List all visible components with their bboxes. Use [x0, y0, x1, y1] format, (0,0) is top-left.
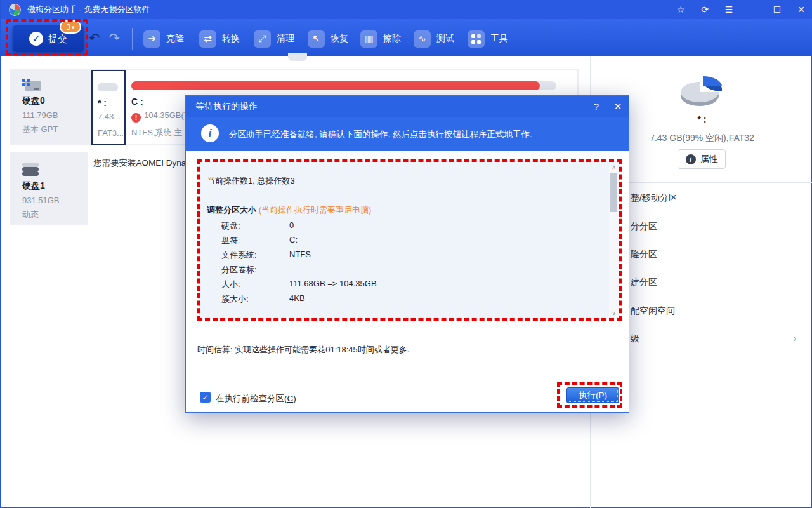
- operation-count: 当前操作数1, 总操作数3: [207, 175, 295, 187]
- dialog-info-band: i 分区助手已经准备就绪, 请确认下面的操作. 然后点击执行按钮让程序正式地工作…: [186, 117, 629, 151]
- app-window: 傲梅分区助手 - 免费无损分区软件 ☆ ⟳ ☰ ─ ☐ ✕ ✓ 提交 3 ▾ ↶…: [0, 0, 812, 508]
- disk1-info: 硬盘1 931.51GB 动态: [22, 163, 92, 220]
- time-estimate: 时间估算: 实现这些操作可能需要花01:18:45时间或者更多.: [197, 344, 409, 356]
- partition-star-fs: FAT3...: [98, 128, 124, 138]
- field-size: 大小:111.68GB => 104.35GB: [221, 279, 602, 290]
- disk0-icon: [22, 79, 41, 91]
- menu-item-resize-move-partition[interactable]: 整/移动分区: [631, 192, 812, 205]
- badge-chevron-icon: ▾: [72, 24, 75, 30]
- toolbar-button-erase[interactable]: ▥ 擦除: [360, 29, 401, 48]
- toolbar-label: 擦除: [383, 33, 401, 44]
- pending-operations-dialog: 等待执行的操作 ? ✕ i 分区助手已经准备就绪, 请确认下面的操作. 然后点击…: [185, 95, 629, 413]
- toolbar-label: 测试: [436, 33, 454, 44]
- field-file-system: 文件系统:NTFS: [221, 250, 602, 261]
- scroll-down-icon[interactable]: ∨: [609, 309, 619, 318]
- check-partition-label: 在执行前检查分区(C): [216, 393, 296, 404]
- toolbar-button-recover[interactable]: ↖ 恢复: [308, 29, 348, 48]
- toolbar-button-tools[interactable]: 工具: [468, 29, 508, 48]
- partition-c-usage-fill: [131, 81, 540, 90]
- toolbar-separator: [132, 28, 133, 50]
- disk1-size: 931.51GB: [22, 196, 92, 205]
- clone-icon: ➜: [143, 30, 160, 48]
- window-title: 傲梅分区助手 - 免费无损分区软件: [27, 4, 150, 15]
- partition-c-usage: !104.35GB(7: [131, 110, 188, 123]
- properties-button[interactable]: i 属性: [678, 149, 726, 169]
- partition-star-size: 7.43...: [98, 112, 121, 121]
- favorite-icon[interactable]: ☆: [669, 0, 693, 19]
- disk1-message: 您需要安装AOMEI Dynam: [93, 157, 193, 169]
- toolbar-button-convert[interactable]: ⇄ 转换: [199, 29, 240, 48]
- dialog-help-icon[interactable]: ?: [586, 96, 607, 117]
- operation-warning: (当前操作执行时需要重启电脑): [259, 205, 372, 215]
- scrollbar[interactable]: ∧ ∨: [609, 163, 619, 318]
- undo-icon[interactable]: ↶: [89, 30, 100, 46]
- partition-star-block[interactable]: * : 7.43... FAT3...: [91, 70, 126, 145]
- alert-icon: !: [131, 113, 141, 123]
- field-volume-label: 分区卷标:: [221, 264, 602, 276]
- maximize-icon[interactable]: ☐: [765, 0, 789, 19]
- check-circle-icon: ✓: [29, 32, 43, 46]
- dialog-close-icon[interactable]: ✕: [607, 96, 629, 117]
- check-partition-checkbox[interactable]: ✓: [200, 392, 211, 403]
- partition-c-fs: NTFS,系统,主: [131, 127, 182, 138]
- info-icon: i: [686, 154, 696, 164]
- submit-label: 提交: [48, 33, 67, 45]
- disk1-layout: 动态: [22, 209, 92, 220]
- minimize-icon[interactable]: ─: [741, 0, 765, 19]
- menu-item-split-partition[interactable]: 分分区: [631, 221, 812, 234]
- refresh-icon[interactable]: ⟳: [693, 0, 717, 19]
- operation-title: 调整分区大小: [207, 205, 256, 215]
- menu-item-allocate-free-space[interactable]: 配空闲空间: [631, 305, 812, 318]
- menu-item-create-partition[interactable]: 建分区: [631, 277, 812, 290]
- badge-count: 3: [66, 23, 70, 32]
- field-cluster-size: 簇大小:4KB: [221, 293, 602, 305]
- window-controls: ☆ ⟳ ☰ ─ ☐ ✕: [669, 0, 812, 19]
- tools-icon: [468, 30, 485, 48]
- panel-collapse-handle[interactable]: [288, 53, 307, 61]
- disk0-info: 硬盘0 111.79GB 基本 GPT: [22, 79, 92, 135]
- close-icon[interactable]: ✕: [789, 0, 812, 19]
- disk1-name: 硬盘1: [22, 180, 92, 192]
- toolbar-button-clean[interactable]: ⤢ 清理: [254, 29, 294, 48]
- properties-label: 属性: [700, 154, 718, 165]
- toolbar-label: 清理: [277, 33, 294, 44]
- chevron-right-icon[interactable]: ›: [793, 332, 806, 345]
- toolbar-button-test[interactable]: ∿ 测试: [414, 29, 454, 48]
- field-drive-letter: 盘符:C:: [221, 235, 602, 246]
- scroll-thumb[interactable]: [610, 173, 617, 212]
- toolbar-label: 工具: [490, 33, 508, 44]
- partition-star-label: * :: [98, 98, 107, 108]
- menu-icon[interactable]: ☰: [717, 0, 741, 19]
- execute-button[interactable]: 执行(P): [566, 387, 619, 403]
- operation-heading: 调整分区大小 (当前操作执行时需要重启电脑): [207, 204, 371, 216]
- scroll-up-icon[interactable]: ∧: [609, 163, 619, 171]
- erase-icon: ▥: [360, 30, 377, 48]
- test-icon: ∿: [414, 30, 431, 48]
- field-disk: 硬盘:0: [221, 220, 602, 232]
- toolbar: [1, 19, 812, 56]
- disk1-icon: [22, 163, 39, 177]
- menu-item-clone-partition[interactable]: 隆分区: [631, 249, 812, 262]
- operations-list[interactable]: 当前操作数1, 总操作数3 调整分区大小 (当前操作执行时需要重启电脑) 硬盘:…: [199, 161, 620, 319]
- toolbar-button-clone[interactable]: ➜ 克隆: [143, 29, 184, 48]
- convert-icon: ⇄: [199, 30, 216, 48]
- app-logo-icon: [9, 4, 21, 16]
- info-circle-icon: i: [201, 124, 219, 142]
- dialog-info-text: 分区助手已经准备就绪, 请确认下面的操作. 然后点击执行按钮让程序正式地工作.: [229, 129, 532, 140]
- disk0-layout: 基本 GPT: [22, 124, 92, 135]
- partition-star-usage-bar: [98, 83, 118, 91]
- menu-item-advanced[interactable]: 级: [631, 333, 812, 346]
- toolbar-label: 恢复: [331, 33, 348, 44]
- dialog-title: 等待执行的操作: [195, 101, 258, 112]
- clean-icon: ⤢: [254, 30, 271, 48]
- partition-pie-chart: [679, 75, 723, 112]
- toolbar-label: 克隆: [166, 33, 184, 44]
- disk0-name: 硬盘0: [22, 95, 92, 107]
- partition-c-label: C :: [131, 97, 143, 107]
- pending-operations-badge[interactable]: 3 ▾: [60, 20, 81, 34]
- dialog-divider: [186, 378, 629, 378]
- redo-icon[interactable]: ↷: [109, 30, 121, 46]
- titlebar: 傲梅分区助手 - 免费无损分区软件 ☆ ⟳ ☰ ─ ☐ ✕: [1, 0, 812, 19]
- disk0-size: 111.79GB: [22, 110, 92, 120]
- dialog-header[interactable]: 等待执行的操作 ? ✕: [186, 96, 629, 117]
